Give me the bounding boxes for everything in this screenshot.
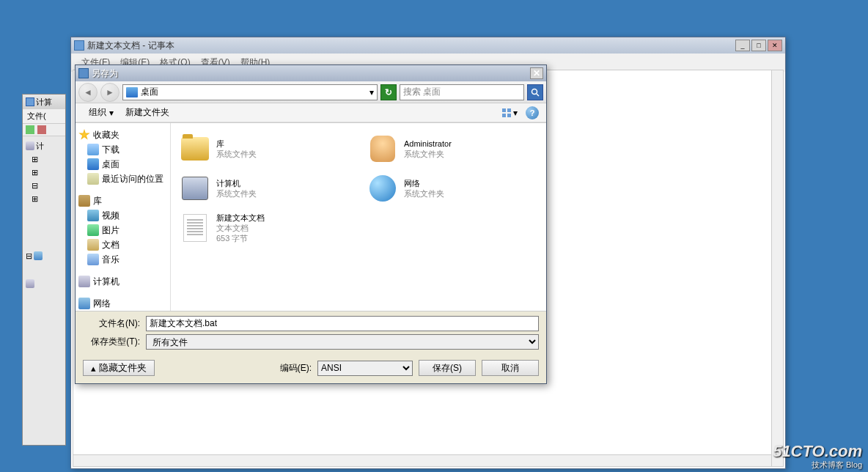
sidebar-item-documents[interactable]: 文档 xyxy=(78,237,167,252)
file-item-computer[interactable]: 计算机系统文件夹 xyxy=(178,170,351,207)
file-item-administrator[interactable]: Administrator系统文件夹 xyxy=(366,130,539,167)
video-icon xyxy=(87,210,99,221)
bg-tree: 计 ⊞ ⊞ ⊟ ⊞ ⊟ xyxy=(23,136,65,293)
forward-icon xyxy=(37,125,46,134)
svg-rect-4 xyxy=(502,114,506,117)
sidebar-item-desktop[interactable]: 桌面 xyxy=(78,157,167,172)
sidebar-item-downloads[interactable]: 下载 xyxy=(78,142,167,157)
user-folder-icon xyxy=(370,136,395,162)
bg-menu: 文件( xyxy=(23,109,65,123)
encoding-select[interactable]: ANSI xyxy=(317,361,413,376)
close-button[interactable]: ✕ xyxy=(768,40,782,51)
dialog-title-text: 另存为 xyxy=(92,67,530,80)
sidebar-computer[interactable]: 计算机 xyxy=(78,274,167,289)
notepad-icon xyxy=(74,40,84,51)
vertical-scrollbar[interactable] xyxy=(771,70,783,466)
save-as-dialog: 另存为 ✕ ◄ ► 桌面 ▾ ↻ 搜索 桌面 组织 ▾ 新建文件夹 ▾ ? 收藏… xyxy=(75,64,547,384)
music-icon xyxy=(87,254,99,265)
dialog-footer: ▴隐藏文件夹 编码(E): ANSI 保存(S) 取消 xyxy=(76,354,546,383)
help-button[interactable]: ? xyxy=(526,106,539,119)
desktop-icon xyxy=(126,87,138,97)
search-placeholder: 搜索 桌面 xyxy=(403,86,441,98)
refresh-button[interactable]: ↻ xyxy=(380,84,397,100)
sidebar-item-recent[interactable]: 最近访问的位置 xyxy=(78,172,167,186)
svg-line-1 xyxy=(537,94,539,96)
filename-label: 文件名(N): xyxy=(83,317,146,330)
new-folder-button[interactable]: 新建文件夹 xyxy=(119,105,175,120)
network-icon xyxy=(34,251,43,260)
view-mode-button[interactable]: ▾ xyxy=(499,108,520,118)
hide-folders-button[interactable]: ▴隐藏文件夹 xyxy=(83,360,155,376)
sidebar-item-music[interactable]: 音乐 xyxy=(78,252,167,267)
svg-rect-5 xyxy=(507,114,511,117)
organize-button[interactable]: 组织 ▾ xyxy=(83,105,119,120)
chevron-up-icon: ▴ xyxy=(91,363,96,374)
horizontal-scrollbar[interactable] xyxy=(73,454,771,466)
dialog-titlebar[interactable]: 另存为 ✕ xyxy=(76,65,546,81)
watermark: 51CTO.com 技术博客 Blog xyxy=(773,443,862,469)
sidebar: 收藏夹 下载 桌面 最近访问的位置 库 视频 图片 文档 音乐 计算机 网络 xyxy=(76,123,171,311)
library-icon xyxy=(78,195,90,207)
address-dropdown-icon[interactable]: ▾ xyxy=(369,87,374,97)
download-icon xyxy=(87,144,99,155)
svg-point-0 xyxy=(532,89,537,94)
savetype-select[interactable]: 所有文件 xyxy=(146,334,539,350)
svg-rect-3 xyxy=(507,108,511,112)
computer-icon xyxy=(78,276,90,287)
desktop-icon xyxy=(87,158,99,170)
file-item-library[interactable]: 库系统文件夹 xyxy=(178,130,351,167)
document-icon xyxy=(87,239,99,251)
network-folder-icon xyxy=(369,175,396,202)
file-list[interactable]: 库系统文件夹 Administrator系统文件夹 计算机系统文件夹 网络系统文… xyxy=(171,123,546,311)
computer-folder-icon xyxy=(182,177,208,200)
sidebar-item-pictures[interactable]: 图片 xyxy=(78,223,167,237)
sidebar-favorites[interactable]: 收藏夹 xyxy=(78,128,167,142)
bg-toolbar xyxy=(23,123,65,136)
dialog-icon xyxy=(78,68,89,78)
notepad-title-text: 新建文本文档 - 记事本 xyxy=(87,40,735,52)
address-bar[interactable]: 桌面 ▾ xyxy=(122,84,378,100)
image-icon xyxy=(87,224,99,236)
file-item-textfile[interactable]: 新建文本文档文本文档653 字节 xyxy=(178,210,351,246)
nav-bar: ◄ ► 桌面 ▾ ↻ 搜索 桌面 xyxy=(76,81,546,103)
nav-back-button[interactable]: ◄ xyxy=(78,83,98,102)
address-text: 桌面 xyxy=(141,86,158,98)
filename-input[interactable] xyxy=(146,316,539,331)
dialog-close-button[interactable]: ✕ xyxy=(530,67,543,79)
text-file-icon xyxy=(183,214,207,242)
view-icon xyxy=(501,108,512,118)
star-icon xyxy=(78,129,90,141)
network-icon xyxy=(78,298,90,309)
svg-rect-2 xyxy=(502,108,506,112)
savetype-label: 保存类型(T): xyxy=(83,336,146,348)
library-folder-icon xyxy=(181,137,209,161)
computer-icon xyxy=(26,141,34,150)
sidebar-libraries[interactable]: 库 xyxy=(78,193,167,208)
encoding-label: 编码(E): xyxy=(280,362,312,375)
app-icon xyxy=(26,97,34,106)
search-button[interactable] xyxy=(527,84,543,100)
minimize-button[interactable]: _ xyxy=(735,40,750,51)
bg-title-text: 计算 xyxy=(36,97,52,108)
magnifier-icon xyxy=(531,88,540,97)
save-button[interactable]: 保存(S) xyxy=(419,360,476,376)
filename-panel: 文件名(N): 保存类型(T): 所有文件 xyxy=(76,311,546,354)
bg-titlebar: 计算 xyxy=(23,95,65,109)
file-item-network[interactable]: 网络系统文件夹 xyxy=(366,170,539,207)
back-icon xyxy=(26,125,34,134)
background-window: 计算 文件( 计 ⊞ ⊞ ⊟ ⊞ ⊟ xyxy=(22,94,66,446)
maximize-button[interactable]: □ xyxy=(751,40,766,51)
nav-forward-button[interactable]: ► xyxy=(100,83,119,102)
device-icon xyxy=(26,279,34,288)
dialog-toolbar: 组织 ▾ 新建文件夹 ▾ ? xyxy=(76,103,546,122)
recent-icon xyxy=(87,173,99,185)
search-input[interactable]: 搜索 桌面 xyxy=(400,84,524,100)
sidebar-network[interactable]: 网络 xyxy=(78,296,167,311)
cancel-button[interactable]: 取消 xyxy=(482,360,539,376)
notepad-titlebar[interactable]: 新建文本文档 - 记事本 _ □ ✕ xyxy=(71,37,785,54)
sidebar-item-videos[interactable]: 视频 xyxy=(78,208,167,223)
